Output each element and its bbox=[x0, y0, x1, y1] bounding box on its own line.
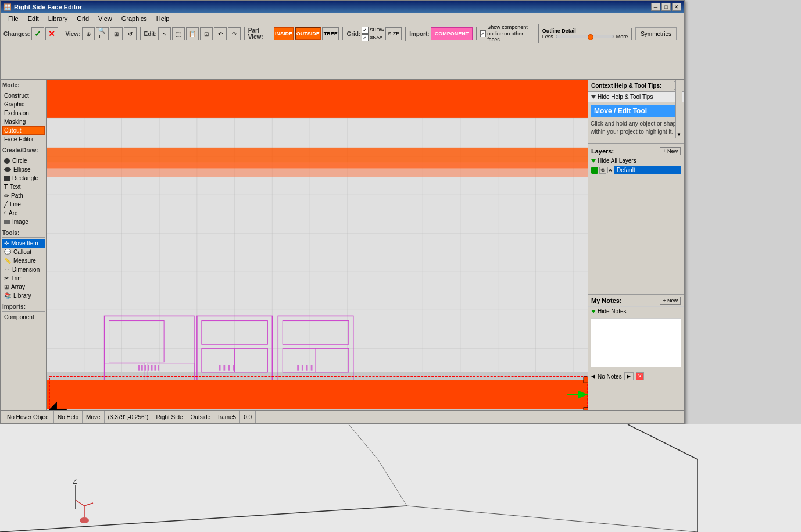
sidebar-item-line[interactable]: ╱ Line bbox=[2, 200, 45, 209]
grid-label: Grid: bbox=[346, 31, 360, 37]
grid-show-checkbox[interactable]: ✓ bbox=[362, 27, 369, 34]
move-icon: ✛ bbox=[4, 240, 9, 247]
zoom-fit-button[interactable]: ⊕ bbox=[82, 27, 95, 40]
outline-label: Show component outline on other faces bbox=[487, 24, 535, 43]
hide-all-layers-label: Hide All Layers bbox=[598, 158, 636, 164]
hide-notes-label: Hide Notes bbox=[598, 308, 626, 315]
grid-snap-checkbox[interactable]: ✓ bbox=[362, 34, 369, 41]
layers-title: Layers: bbox=[591, 148, 614, 155]
menu-grid[interactable]: Grid bbox=[72, 14, 94, 23]
context-help-panel: Context Help & Tool Tips: ▲ Hide Help & … bbox=[588, 80, 684, 294]
menu-help[interactable]: Help bbox=[152, 14, 174, 23]
svg-text:Z: Z bbox=[73, 477, 77, 485]
sidebar-item-construct[interactable]: Construct bbox=[2, 91, 45, 100]
sidebar-item-cutout[interactable]: Cutout bbox=[2, 126, 45, 135]
layer-lock-icon[interactable]: 👁 bbox=[599, 167, 606, 174]
sidebar-item-exclusion[interactable]: Exclusion bbox=[2, 109, 45, 117]
menu-library[interactable]: Library bbox=[44, 14, 73, 23]
notes-play-button[interactable]: ▶ bbox=[624, 372, 634, 380]
outside-button[interactable]: OUTSIDE bbox=[295, 27, 321, 40]
sidebar-item-array[interactable]: ⊞ Array bbox=[2, 283, 45, 291]
symmetries-group: Symmetries bbox=[635, 27, 680, 40]
sidebar-item-circle[interactable]: Circle bbox=[2, 156, 45, 165]
zoom-in-button[interactable]: 🔍+ bbox=[96, 27, 109, 40]
sidebar-item-library[interactable]: 📚 Library bbox=[2, 291, 45, 300]
sidebar-item-dimension[interactable]: ↔ Dimension bbox=[2, 265, 45, 274]
sidebar-item-trim[interactable]: ✂ Trim bbox=[2, 274, 45, 283]
sidebar-item-arc[interactable]: ◜ Arc bbox=[2, 209, 45, 217]
sidebar-item-path[interactable]: ✏ Path bbox=[2, 191, 45, 200]
sidebar-item-masking[interactable]: Masking bbox=[2, 117, 45, 126]
canvas-area[interactable]: ▐▐▐▐▐▐▐ ▐ ▐ ▐ ▐ ▐ ▐ ▐ ▐ bbox=[47, 80, 588, 410]
symmetries-button[interactable]: Symmetries bbox=[635, 27, 677, 40]
sidebar-item-rectangle[interactable]: Rectangle bbox=[2, 174, 45, 183]
outline-slider[interactable] bbox=[588, 34, 593, 40]
titlebar-title: 🪟 Right Side Face Editor bbox=[3, 3, 82, 11]
hide-help-button[interactable]: Hide Help & Tool Tips bbox=[588, 92, 684, 102]
tree-button[interactable]: TREE bbox=[322, 27, 339, 40]
notes-panel: My Notes: + New Hide Notes ◀ No Notes ▶ … bbox=[588, 294, 684, 410]
edit-group-button[interactable]: ⊡ bbox=[200, 27, 213, 40]
zoom-center-button[interactable]: ⊞ bbox=[110, 27, 123, 40]
dimension-icon: ↔ bbox=[4, 266, 10, 273]
grid-size-button[interactable]: SIZE bbox=[385, 27, 402, 40]
inside-button[interactable]: INSIDE bbox=[274, 27, 294, 40]
tool-help-description: Click and hold any object or shape withi… bbox=[591, 120, 681, 136]
outline-group: ✓ Show component outline on other faces bbox=[480, 24, 539, 43]
help-scroll-down[interactable]: ▼ bbox=[677, 132, 681, 137]
sidebar-item-measure[interactable]: 📏 Measure bbox=[2, 256, 45, 265]
titlebar-buttons: ─ □ ✕ bbox=[651, 3, 681, 11]
menu-file[interactable]: File bbox=[3, 14, 23, 23]
undo-button[interactable]: ↶ bbox=[214, 27, 227, 40]
layer-type-icon[interactable]: A bbox=[607, 167, 613, 173]
hide-all-layers-button[interactable]: Hide All Layers bbox=[588, 156, 684, 165]
refresh-button[interactable]: ↺ bbox=[124, 27, 137, 40]
menu-view[interactable]: View bbox=[94, 14, 117, 23]
edit-select-button[interactable]: ↖ bbox=[158, 27, 171, 40]
notes-new-button[interactable]: + New bbox=[660, 297, 681, 305]
mode-section-title: Mode: bbox=[2, 81, 45, 90]
sidebar-item-graphic[interactable]: Graphic bbox=[2, 100, 45, 109]
edit-group: Edit: ↖ ⬚ 📋 ⊡ ↶ ↷ bbox=[144, 27, 245, 40]
hide-notes-button[interactable]: Hide Notes bbox=[588, 307, 684, 316]
menu-graphics[interactable]: Graphics bbox=[117, 14, 152, 23]
sidebar-item-text[interactable]: T Text bbox=[2, 183, 45, 191]
status-mode: Move bbox=[83, 411, 104, 423]
redo-button[interactable]: ↷ bbox=[228, 27, 241, 40]
notes-delete-button[interactable]: ✕ bbox=[636, 372, 644, 380]
status-coords: (3.379";-0.256") bbox=[105, 411, 153, 423]
svg-rect-41 bbox=[47, 380, 588, 409]
sidebar-item-image[interactable]: Image bbox=[2, 217, 45, 226]
sidebar-item-move-item[interactable]: ✛ Move Item bbox=[2, 239, 45, 248]
grid-group: Grid: ✓ SHOW ✓ SNAP SIZE bbox=[346, 27, 406, 41]
main-window: 🪟 Right Side Face Editor ─ □ ✕ File Edit… bbox=[0, 0, 685, 424]
group-icon: ⊡ bbox=[204, 31, 209, 37]
cancel-button[interactable]: ✕ bbox=[45, 27, 58, 40]
layer-visibility-icon[interactable] bbox=[591, 167, 598, 174]
sidebar-item-ellipse[interactable]: Ellipse bbox=[2, 165, 45, 174]
tool-help-title: Move / Edit Tool bbox=[591, 105, 681, 117]
menu-edit[interactable]: Edit bbox=[23, 14, 44, 23]
left-sidebar: Mode: Construct Graphic Exclusion Maskin… bbox=[1, 80, 47, 410]
notes-chevron-icon bbox=[591, 310, 596, 313]
layer-default-name[interactable]: Default bbox=[614, 166, 681, 174]
text-icon: T bbox=[4, 184, 8, 190]
confirm-button[interactable]: ✓ bbox=[31, 27, 44, 40]
close-button[interactable]: ✕ bbox=[672, 3, 681, 11]
notes-prev-button[interactable]: ◀ bbox=[591, 373, 595, 379]
undo-icon: ↶ bbox=[218, 31, 223, 37]
outline-checkbox[interactable]: ✓ bbox=[480, 30, 486, 37]
edit-copy-button[interactable]: ⬚ bbox=[172, 27, 185, 40]
sidebar-item-component[interactable]: Component bbox=[2, 313, 45, 322]
layers-new-button[interactable]: + New bbox=[660, 147, 681, 155]
sidebar-item-face-editor[interactable]: Face Editor bbox=[2, 135, 45, 144]
maximize-button[interactable]: □ bbox=[661, 3, 671, 11]
minimize-button[interactable]: ─ bbox=[651, 3, 660, 11]
component-import-button[interactable]: COMPONENT bbox=[431, 27, 473, 40]
edit-paste-button[interactable]: 📋 bbox=[186, 27, 199, 40]
sidebar-item-callout[interactable]: 💬 Callout bbox=[2, 248, 45, 256]
right-panel: Context Help & Tool Tips: ▲ Hide Help & … bbox=[588, 80, 684, 410]
3d-view-svg: Z bbox=[0, 424, 801, 532]
center-icon: ⊞ bbox=[114, 31, 119, 37]
notes-content-area bbox=[591, 318, 681, 367]
